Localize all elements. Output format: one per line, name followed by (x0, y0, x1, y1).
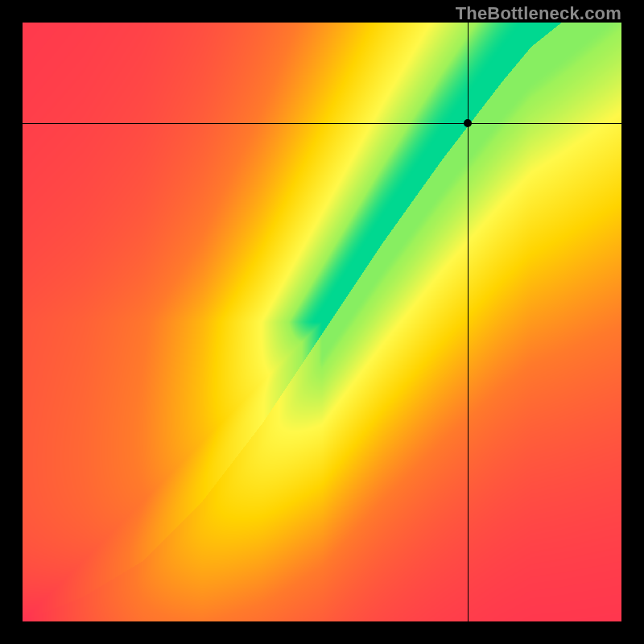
heatmap-plot (23, 23, 621, 621)
watermark-text: TheBottleneck.com (456, 3, 621, 24)
heatmap-canvas (23, 23, 621, 621)
crosshair-marker (464, 119, 472, 127)
crosshair-horizontal (23, 123, 621, 124)
crosshair-vertical (468, 23, 469, 621)
chart-stage: TheBottleneck.com (0, 0, 644, 644)
